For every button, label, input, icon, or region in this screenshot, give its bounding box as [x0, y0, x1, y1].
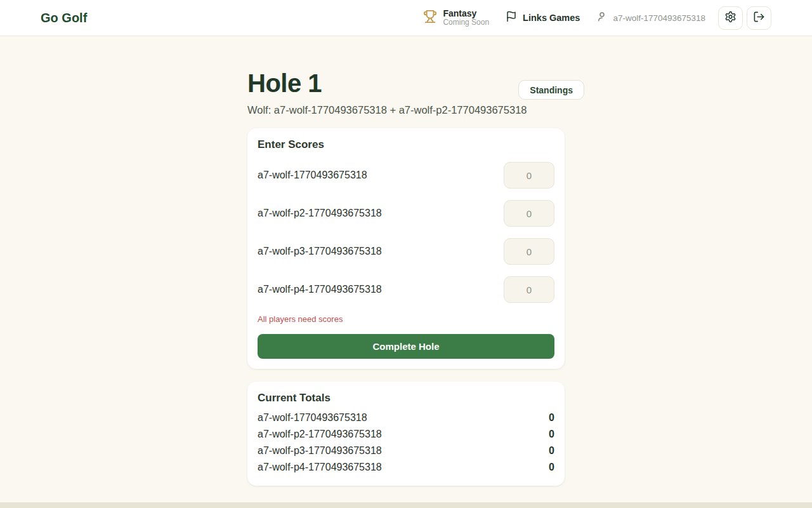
score-row: a7-wolf-p4-1770493675318	[258, 276, 554, 303]
total-player-name: a7-wolf-p3-1770493675318	[258, 443, 382, 459]
player-name: a7-wolf-p3-1770493675318	[258, 246, 382, 257]
header-buttons	[718, 6, 771, 30]
trophy-icon	[423, 10, 437, 26]
player-name: a7-wolf-p2-1770493675318	[258, 208, 382, 219]
current-totals-card: Current Totals a7-wolf-1770493675318 0 a…	[247, 382, 565, 486]
username-text: a7-wolf-1770493675318	[613, 13, 705, 23]
enter-scores-card: Enter Scores a7-wolf-1770493675318 a7-wo…	[247, 128, 565, 369]
player-name: a7-wolf-p4-1770493675318	[258, 284, 382, 295]
app-header: Go Golf Fantasy Coming Soon	[0, 0, 812, 36]
total-player-name: a7-wolf-p2-1770493675318	[258, 426, 382, 443]
logout-button[interactable]	[747, 6, 771, 30]
fantasy-coming-soon: Coming Soon	[443, 18, 489, 27]
total-row: a7-wolf-p2-1770493675318 0	[258, 426, 554, 443]
footer-bar	[0, 502, 812, 508]
fantasy-label: Fantasy	[443, 8, 489, 18]
current-totals-heading: Current Totals	[258, 392, 554, 404]
page-title: Hole 1	[247, 69, 565, 98]
total-value: 0	[549, 410, 554, 426]
complete-hole-button[interactable]: Complete Hole	[258, 334, 554, 359]
total-player-name: a7-wolf-1770493675318	[258, 410, 367, 426]
links-games-label: Links Games	[523, 13, 580, 23]
gear-icon	[724, 11, 737, 25]
score-input-player-3[interactable]	[504, 238, 554, 265]
score-input-player-1[interactable]	[504, 162, 554, 189]
person-icon	[596, 11, 608, 25]
player-name: a7-wolf-1770493675318	[258, 170, 367, 181]
total-row: a7-wolf-1770493675318 0	[258, 410, 554, 426]
wolf-subtitle: Wolf: a7-wolf-1770493675318 + a7-wolf-p2…	[247, 104, 565, 116]
logout-icon	[753, 11, 765, 25]
validation-error: All players need scores	[258, 314, 554, 324]
total-player-name: a7-wolf-p4-1770493675318	[258, 459, 382, 476]
total-value: 0	[549, 443, 554, 459]
score-row: a7-wolf-1770493675318	[258, 162, 554, 189]
app-logo[interactable]: Go Golf	[41, 11, 87, 25]
fantasy-text: Fantasy Coming Soon	[443, 8, 489, 27]
main-content: Hole 1 Standings Wolf: a7-wolf-177049367…	[247, 69, 565, 486]
total-value: 0	[549, 459, 554, 476]
user-chip: a7-wolf-1770493675318	[596, 11, 705, 25]
nav-item-fantasy[interactable]: Fantasy Coming Soon	[423, 8, 489, 27]
score-row: a7-wolf-p3-1770493675318	[258, 238, 554, 265]
header-right: Fantasy Coming Soon Links Games a7-wolf-…	[423, 6, 771, 30]
total-value: 0	[549, 426, 554, 443]
settings-button[interactable]	[718, 6, 743, 30]
flag-icon	[506, 11, 517, 25]
total-row: a7-wolf-p4-1770493675318 0	[258, 459, 554, 476]
standings-button[interactable]: Standings	[518, 80, 584, 100]
score-input-player-2[interactable]	[504, 200, 554, 227]
nav-item-links-games[interactable]: Links Games	[506, 11, 580, 25]
score-row: a7-wolf-p2-1770493675318	[258, 200, 554, 227]
score-input-player-4[interactable]	[504, 276, 554, 303]
total-row: a7-wolf-p3-1770493675318 0	[258, 443, 554, 459]
enter-scores-heading: Enter Scores	[258, 138, 554, 151]
